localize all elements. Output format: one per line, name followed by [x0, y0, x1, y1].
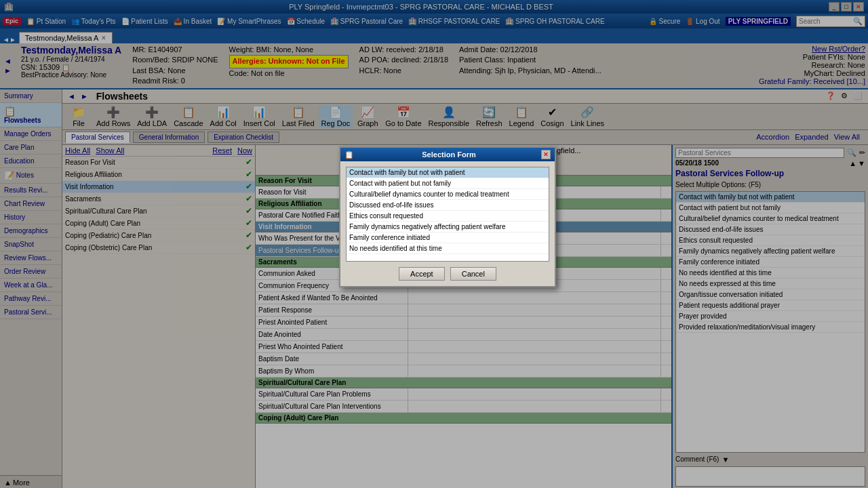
modal-icon: 📋 — [344, 150, 354, 159]
modal-item-4[interactable]: Ethics consult requested — [347, 211, 549, 222]
modal-overlay: 📋 Selection Form ✕ Contact with family b… — [0, 0, 868, 488]
modal-buttons: Accept Cancel — [346, 267, 549, 281]
modal-body: Contact with family but not with patient… — [340, 161, 555, 286]
modal-list: Contact with family but not with patient… — [346, 167, 549, 262]
modal-item-7[interactable]: No needs identified at this time — [347, 243, 549, 254]
modal-item-3[interactable]: Discussed end-of-life issues — [347, 200, 549, 211]
modal-cancel-button[interactable]: Cancel — [450, 267, 496, 281]
modal-item-2[interactable]: Cultural/belief dynamics counter to medi… — [347, 189, 549, 200]
modal-accept-button[interactable]: Accept — [399, 267, 445, 281]
selection-form-modal: 📋 Selection Form ✕ Contact with family b… — [339, 146, 556, 287]
modal-title-bar: 📋 Selection Form ✕ — [340, 148, 555, 161]
modal-item-6[interactable]: Family conference initiated — [347, 232, 549, 243]
modal-item-1[interactable]: Contact with patient but not family — [347, 178, 549, 189]
modal-item-5[interactable]: Family dynamics negatively affecting pat… — [347, 222, 549, 232]
modal-close-button[interactable]: ✕ — [541, 150, 551, 159]
modal-item-0[interactable]: Contact with family but not with patient — [347, 167, 549, 178]
modal-title: Selection Form — [422, 150, 475, 159]
